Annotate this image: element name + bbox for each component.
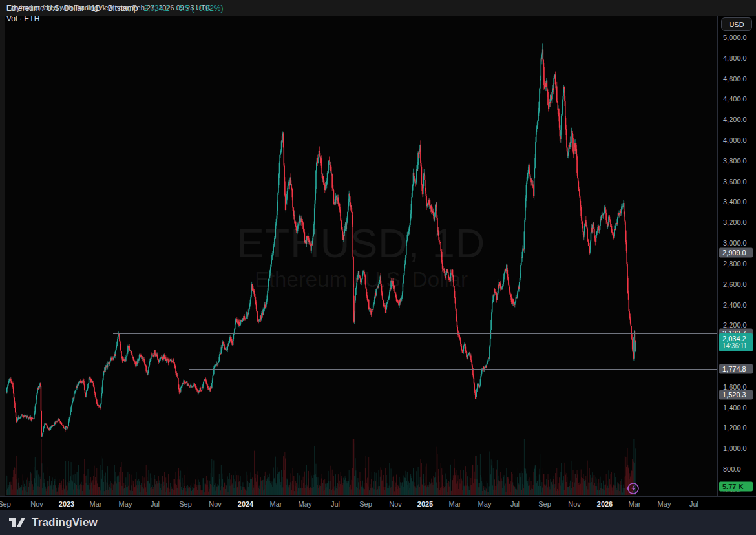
price-tick-label: 800.0 bbox=[723, 465, 741, 473]
horizontal-price-line[interactable] bbox=[113, 333, 717, 334]
time-label-year: 2024 bbox=[238, 500, 253, 508]
time-label-month: Mar bbox=[270, 500, 282, 508]
price-tick-label: 1,200.0 bbox=[723, 424, 747, 432]
time-label-month: Sep bbox=[359, 500, 372, 508]
legend-symbol-row[interactable]: Ethereum / U.S. Dollar · 1D · Bitstamp2,… bbox=[6, 3, 224, 14]
candle-bodies-down bbox=[6, 49, 636, 436]
time-label-month: Jul bbox=[510, 500, 520, 508]
tradingview-chart-app: Fatyhad created with TradingView.com, Fe… bbox=[0, 0, 756, 535]
time-label-month: May bbox=[119, 500, 132, 508]
price-tick-label: 4,400.0 bbox=[723, 95, 747, 103]
price-tick-label: 3,600.0 bbox=[723, 178, 747, 185]
price-tick-label: 4,200.0 bbox=[723, 116, 747, 123]
price-tick-label: 4,600.0 bbox=[723, 75, 747, 83]
time-label-month: Mar bbox=[449, 500, 461, 508]
time-label-month: Jul bbox=[331, 500, 340, 508]
time-label-month: Sep bbox=[538, 500, 551, 508]
price-tick-label: 5,000.0 bbox=[723, 34, 747, 41]
time-label-month: Sep bbox=[0, 500, 11, 508]
time-label-month: May bbox=[658, 500, 671, 508]
legend-volume-row[interactable]: Vol · ETH bbox=[6, 14, 224, 24]
legend: Ethereum / U.S. Dollar · 1D · Bitstamp2,… bbox=[6, 3, 224, 24]
horizontal-price-line[interactable] bbox=[189, 369, 717, 370]
price-tick-label: 3,800.0 bbox=[723, 157, 747, 165]
price-tick-label: 2,800.0 bbox=[723, 260, 747, 268]
candle-wicks-down bbox=[6, 46, 636, 437]
legend-volume-text: Vol · ETH bbox=[6, 14, 39, 23]
horizontal-price-line[interactable] bbox=[265, 253, 717, 253]
volume-badge: 5.77 K bbox=[719, 482, 753, 492]
current-price-badge: 2,034.214:36:11 bbox=[719, 333, 753, 351]
legend-symbol-text: Ethereum / U.S. Dollar · 1D · Bitstamp bbox=[6, 4, 138, 13]
time-label-month: May bbox=[299, 500, 312, 508]
time-label-year: 2026 bbox=[597, 500, 613, 508]
price-scale[interactable]: 5,000.04,800.04,600.04,400.04,200.04,000… bbox=[717, 16, 756, 496]
price-tick-label: 2,400.0 bbox=[723, 301, 747, 309]
candle-wicks-up bbox=[7, 43, 635, 437]
price-tick-label: 3,000.0 bbox=[723, 239, 747, 247]
time-label-month: Mar bbox=[90, 500, 102, 508]
time-label-month: Mar bbox=[629, 500, 641, 508]
time-label-month: Jul bbox=[689, 500, 698, 508]
tradingview-wordmark[interactable]: TradingView bbox=[32, 516, 98, 529]
legend-last-price: 2,034.2 bbox=[143, 4, 169, 13]
price-tick-label: 4,000.0 bbox=[723, 136, 747, 144]
price-tick-label: 1,000.0 bbox=[723, 445, 747, 452]
currency-usd-label: USD bbox=[729, 21, 744, 28]
price-tick-label: 2,600.0 bbox=[723, 280, 747, 288]
time-label-month: Nov bbox=[568, 500, 581, 508]
bar-countdown: 14:36:11 bbox=[722, 342, 750, 350]
horizontal-price-line[interactable] bbox=[77, 395, 717, 395]
footer-bar: TradingView bbox=[0, 510, 756, 535]
price-line-badge: 2,909.0 bbox=[719, 247, 753, 257]
legend-change: +6.5 (+0.32%) bbox=[174, 4, 223, 13]
current-price-value: 2,034.2 bbox=[722, 335, 750, 342]
time-label-month: Sep bbox=[179, 500, 192, 508]
time-scale[interactable]: SepNov2023MarMayJulSepNov2024MarMayJulSe… bbox=[0, 496, 756, 510]
event-lightning-icon[interactable] bbox=[625, 481, 641, 496]
price-tick-label: 1,600.0 bbox=[723, 383, 747, 391]
price-tick-label: 1,400.0 bbox=[723, 404, 747, 412]
chart-pane[interactable]: ETHUSD, 1D Ethereum / U.S. Dollar bbox=[5, 16, 717, 496]
candle-bodies-up bbox=[7, 49, 635, 436]
price-tick-label: 4,800.0 bbox=[723, 54, 747, 62]
price-line-badge: 1,520.3 bbox=[719, 390, 753, 400]
tradingview-logo-icon[interactable] bbox=[9, 516, 26, 529]
time-label-month: Jul bbox=[151, 500, 160, 508]
time-label-month: Nov bbox=[30, 500, 43, 508]
price-line-badge: 1,774.8 bbox=[719, 364, 753, 373]
time-label-month: Nov bbox=[209, 500, 222, 508]
left-gutter bbox=[0, 16, 5, 496]
time-label-month: May bbox=[478, 500, 492, 508]
candlestick-series[interactable] bbox=[5, 16, 717, 496]
price-tick-label: 3,400.0 bbox=[723, 198, 747, 205]
time-label-month: Nov bbox=[389, 500, 402, 508]
time-label-year: 2023 bbox=[59, 500, 74, 508]
price-tick-label: 3,200.0 bbox=[723, 218, 747, 226]
currency-usd-button[interactable]: USD bbox=[721, 17, 752, 31]
time-label-year: 2025 bbox=[417, 500, 433, 508]
